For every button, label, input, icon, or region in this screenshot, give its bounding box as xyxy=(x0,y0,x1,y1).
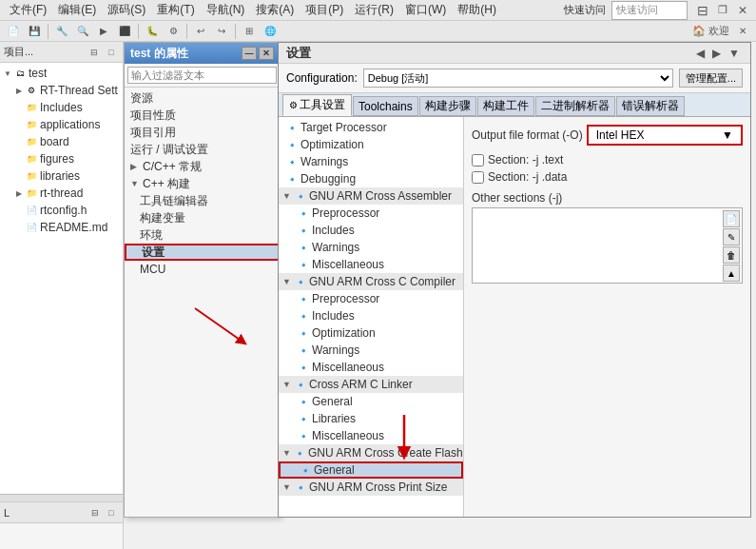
stree-gnu-c-compiler[interactable]: ▼ 🔹 GNU ARM Cross C Compiler xyxy=(279,273,463,290)
stree-linker-general[interactable]: 🔹 General xyxy=(279,393,463,410)
close-welcome[interactable]: ✕ xyxy=(733,22,752,41)
tree-item-rtthread[interactable]: ▶ ⚙ RT-Thread Sett xyxy=(0,82,123,99)
tool-btn6[interactable]: ⚙ xyxy=(164,22,183,41)
output-format-dropdown[interactable]: ▼ xyxy=(722,128,733,142)
bottom-minimize[interactable]: ⊟ xyxy=(87,505,103,520)
config-select[interactable]: Debug [活动] xyxy=(363,69,673,88)
tab-build-steps[interactable]: 构建步骤 xyxy=(419,96,476,116)
project-label: test xyxy=(29,67,47,80)
menu-source[interactable]: 源码(S) xyxy=(102,0,151,20)
tree-item-figures[interactable]: ▶ 📁 figures xyxy=(0,150,123,167)
stree-asm-warnings[interactable]: 🔹 Warnings xyxy=(279,239,463,256)
menu-project[interactable]: 项目(P) xyxy=(300,0,349,20)
tab-tool-settings[interactable]: ⚙ 工具设置 xyxy=(282,94,352,116)
settings-forward[interactable]: ▶ xyxy=(709,47,724,60)
props-close[interactable]: ✕ xyxy=(259,47,274,60)
list-add-btn[interactable]: 📄 xyxy=(723,210,740,227)
menu-window[interactable]: 窗口(W) xyxy=(399,0,452,20)
tool-btn5[interactable]: 🐛 xyxy=(143,22,162,41)
tree-item-libraries[interactable]: ▶ 📁 libraries xyxy=(0,167,123,185)
nav-run-debug[interactable]: 运行 / 调试设置 xyxy=(125,141,280,158)
close-btn[interactable]: ✕ xyxy=(733,1,752,20)
sidebar-resizer[interactable] xyxy=(0,494,123,501)
props-title: test 的属性 xyxy=(130,46,188,62)
tab-error-parser[interactable]: 错误解析器 xyxy=(616,96,685,116)
nav-project-ref[interactable]: 项目引用 xyxy=(125,124,280,141)
tab-build-artifact[interactable]: 构建工件 xyxy=(477,96,534,116)
tree-item-readme[interactable]: ▶ 📄 README.md xyxy=(0,219,123,236)
menu-search[interactable]: 搜索(A) xyxy=(250,0,300,20)
stree-linker-misc[interactable]: 🔹 Miscellaneous xyxy=(279,427,463,444)
tool-btn7[interactable]: ↩ xyxy=(191,22,210,41)
menu-run[interactable]: 运行(R) xyxy=(349,0,399,20)
save-btn[interactable]: 💾 xyxy=(25,22,44,41)
stree-cc-includes[interactable]: 🔹 Includes xyxy=(279,307,463,324)
nav-mcu[interactable]: MCU xyxy=(125,261,280,278)
menu-help[interactable]: 帮助(H) xyxy=(452,0,502,20)
stree-cc-preprocessor[interactable]: 🔹 Preprocessor xyxy=(279,290,463,307)
nav-settings[interactable]: 设置 xyxy=(125,244,280,261)
stree-target[interactable]: 🔹 Target Processor xyxy=(279,119,463,136)
props-minimize[interactable]: — xyxy=(242,47,257,60)
settings-menu[interactable]: ▼ xyxy=(726,47,743,60)
nav-cpp-general[interactable]: ▶ C/C++ 常规 xyxy=(125,158,280,175)
nav-resources[interactable]: 资源 xyxy=(125,89,280,107)
nav-toolchain-editor[interactable]: 工具链编辑器 xyxy=(125,192,280,209)
manage-config-btn[interactable]: 管理配置... xyxy=(679,69,743,88)
tree-item-rtthread2[interactable]: ▶ 📁 rt-thread xyxy=(0,185,123,202)
sidebar-maximize[interactable]: □ xyxy=(104,45,119,60)
stree-asm-preprocessor[interactable]: 🔹 Preprocessor xyxy=(279,205,463,222)
stree-flash-image[interactable]: ▼ 🔹 GNU ARM Cross Create Flash Image xyxy=(279,444,463,461)
stree-flash-general[interactable]: 🔹 General xyxy=(279,461,463,479)
tool-btn1[interactable]: 🔧 xyxy=(52,22,71,41)
menu-file[interactable]: 文件(F) xyxy=(4,0,52,20)
tree-item-includes[interactable]: ▶ 📁 Includes xyxy=(0,99,123,116)
list-up-btn[interactable]: ▲ xyxy=(723,265,740,282)
nav-cpp-build[interactable]: ▼ C++ 构建 xyxy=(125,175,280,192)
quick-access-label: 快速访问 xyxy=(564,3,610,17)
stree-cc-warnings[interactable]: 🔹 Warnings xyxy=(279,342,463,359)
tree-root[interactable]: ▼ 🗂 test xyxy=(0,65,123,82)
bottom-maximize[interactable]: □ xyxy=(104,505,119,520)
stree-cc-optimization[interactable]: 🔹 Optimization xyxy=(279,324,463,342)
tool-btn2[interactable]: 🔍 xyxy=(73,22,92,41)
list-edit-btn[interactable]: ✎ xyxy=(723,228,740,245)
quick-access-input[interactable]: 快速访问 xyxy=(611,1,688,20)
menu-edit[interactable]: 编辑(E) xyxy=(52,0,102,20)
stree-arm-linker[interactable]: ▼ 🔹 Cross ARM C Linker xyxy=(279,376,463,393)
sidebar-minimize[interactable]: ⊟ xyxy=(87,45,102,60)
stree-gnu-assembler[interactable]: ▼ 🔹 GNU ARM Cross Assembler xyxy=(279,187,463,205)
tree-item-applications[interactable]: ▶ 📁 applications xyxy=(0,116,123,133)
stree-cc-misc[interactable]: 🔹 Miscellaneous xyxy=(279,359,463,376)
output-format-value[interactable]: Intel HEX ▼ xyxy=(587,125,743,146)
stree-warnings[interactable]: 🔹 Warnings xyxy=(279,153,463,170)
stree-linker-libs[interactable]: 🔹 Libraries xyxy=(279,410,463,427)
tool-btn8[interactable]: ↪ xyxy=(212,22,231,41)
stree-debugging[interactable]: 🔹 Debugging xyxy=(279,170,463,187)
tab-toolchains[interactable]: Toolchains xyxy=(353,96,418,116)
tool-btn10[interactable]: 🌐 xyxy=(261,22,280,41)
nav-environment[interactable]: 环境 xyxy=(125,226,280,244)
props-search-input[interactable] xyxy=(127,67,277,84)
new-btn[interactable]: 📄 xyxy=(4,22,23,41)
minimize-btn[interactable]: ⊟ xyxy=(693,1,712,20)
menu-navigate[interactable]: 导航(N) xyxy=(201,0,251,20)
tool-btn3[interactable]: ▶ xyxy=(94,22,113,41)
nav-build-vars[interactable]: 构建变量 xyxy=(125,209,280,226)
stree-print-size[interactable]: ▼ 🔹 GNU ARM Cross Print Size xyxy=(279,479,463,496)
tree-item-rtconfigh[interactable]: ▶ 📄 rtconfig.h xyxy=(0,202,123,219)
section-data-check[interactable] xyxy=(472,171,484,184)
nav-project-nature[interactable]: 项目性质 xyxy=(125,107,280,124)
stree-optimization[interactable]: 🔹 Optimization xyxy=(279,136,463,153)
list-delete-btn[interactable]: 🗑 xyxy=(723,246,740,264)
tree-item-board[interactable]: ▶ 📁 board xyxy=(0,133,123,150)
stree-asm-includes[interactable]: 🔹 Includes xyxy=(279,222,463,239)
restore-btn[interactable]: ❐ xyxy=(713,1,732,20)
menu-refactor[interactable]: 重构(T) xyxy=(151,0,200,20)
section-text-check[interactable] xyxy=(472,154,484,167)
settings-back[interactable]: ◀ xyxy=(693,47,708,60)
stree-asm-misc[interactable]: 🔹 Miscellaneous xyxy=(279,256,463,273)
tool-btn9[interactable]: ⊞ xyxy=(240,22,259,41)
tab-binary-parser[interactable]: 二进制解析器 xyxy=(535,96,615,116)
tool-btn4[interactable]: ⬛ xyxy=(115,22,134,41)
